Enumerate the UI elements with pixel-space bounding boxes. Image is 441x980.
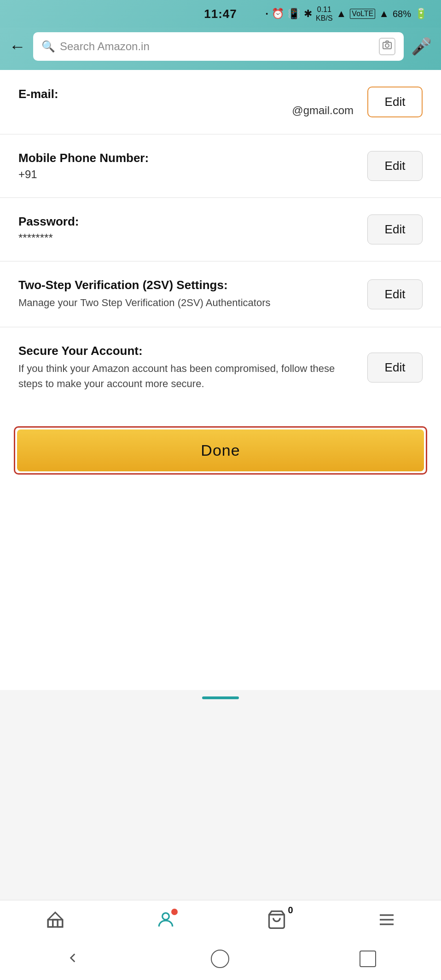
bluetooth-icon: ✱ xyxy=(304,8,312,20)
android-nav xyxy=(0,941,441,980)
done-button[interactable]: Done xyxy=(17,429,424,471)
email-row: E-mail: @gmail.com Edit xyxy=(0,70,441,134)
cart-icon: 0 xyxy=(267,910,287,934)
nav-menu[interactable] xyxy=(377,910,396,933)
2sv-row-info: Two-Step Verification (2SV) Settings: Ma… xyxy=(18,278,367,310)
menu-icon xyxy=(377,910,396,933)
email-edit-button[interactable]: Edit xyxy=(367,87,423,117)
account-icon xyxy=(156,910,176,934)
search-icon: 🔍 xyxy=(41,40,55,53)
status-time: 11:47 xyxy=(204,7,237,21)
mic-icon[interactable]: 🎤 xyxy=(411,37,432,56)
email-value: @gmail.com xyxy=(18,104,354,117)
done-section: Done xyxy=(0,408,441,493)
phone-edit-button[interactable]: Edit xyxy=(367,151,423,181)
done-button-wrapper: Done xyxy=(14,426,427,475)
camera-icon[interactable] xyxy=(379,38,395,55)
svg-point-1 xyxy=(385,44,389,47)
cart-count: 0 xyxy=(288,905,293,916)
password-row-info: Password: ******** xyxy=(18,215,367,244)
battery-icon: 🔋 xyxy=(415,8,427,20)
main-content: E-mail: @gmail.com Edit Mobile Phone Num… xyxy=(0,70,441,690)
nav-cart[interactable]: 0 xyxy=(267,910,287,934)
nav-home[interactable] xyxy=(46,910,65,934)
data-speed: 0.11KB/S xyxy=(316,5,332,23)
2sv-row: Two-Step Verification (2SV) Settings: Ma… xyxy=(0,261,441,327)
phone-row-info: Mobile Phone Number: +91 xyxy=(18,151,367,181)
android-back-button[interactable] xyxy=(65,950,81,969)
wifi-icon: ▲ xyxy=(337,8,347,20)
password-edit-button[interactable]: Edit xyxy=(367,215,423,244)
status-icons: • ⏰ 📳 ✱ 0.11KB/S ▲ VoLTE ▲ 68% 🔋 xyxy=(266,5,427,23)
bottom-nav: 0 xyxy=(0,900,441,941)
nav-account[interactable] xyxy=(156,910,176,934)
status-bar: 11:47 • ⏰ 📳 ✱ 0.11KB/S ▲ VoLTE ▲ 68% 🔋 xyxy=(0,0,441,28)
secure-label: Secure Your Account: xyxy=(18,344,354,358)
phone-label: Mobile Phone Number: xyxy=(18,151,354,165)
password-value: ******** xyxy=(18,232,354,244)
android-recents-button[interactable] xyxy=(360,951,376,969)
vibrate-icon: 📳 xyxy=(288,8,300,20)
home-icon xyxy=(46,910,65,934)
secure-row: Secure Your Account: If you think your A… xyxy=(0,327,441,408)
back-button[interactable]: ← xyxy=(9,38,26,55)
header: ← 🔍 Search Amazon.in 🎤 xyxy=(0,28,441,70)
search-bar[interactable]: 🔍 Search Amazon.in xyxy=(33,32,404,61)
2sv-label: Two-Step Verification (2SV) Settings: xyxy=(18,278,354,292)
2sv-edit-button[interactable]: Edit xyxy=(367,279,423,309)
account-badge xyxy=(171,909,178,915)
search-placeholder: Search Amazon.in xyxy=(60,40,374,53)
svg-point-3 xyxy=(162,913,169,920)
2sv-description: Manage your Two Step Verification (2SV) … xyxy=(18,295,354,310)
signal-icon: ▲ xyxy=(379,8,389,20)
battery-level: 68% xyxy=(393,9,411,19)
swipe-indicator xyxy=(0,690,441,703)
clock-icon: ⏰ xyxy=(272,8,284,20)
bottom-spacer xyxy=(0,690,441,900)
android-home-button[interactable] xyxy=(211,950,229,970)
secure-description: If you think your Amazon account has bee… xyxy=(18,361,354,391)
email-row-info: E-mail: @gmail.com xyxy=(18,87,367,117)
secure-row-info: Secure Your Account: If you think your A… xyxy=(18,344,367,391)
password-row: Password: ******** Edit xyxy=(0,198,441,261)
phone-row: Mobile Phone Number: +91 Edit xyxy=(0,134,441,198)
secure-edit-button[interactable]: Edit xyxy=(367,353,423,383)
volte-icon: VoLTE xyxy=(350,9,375,19)
swipe-bar xyxy=(202,696,239,699)
svg-rect-2 xyxy=(48,920,63,927)
phone-value: +91 xyxy=(18,168,354,181)
status-dot: • xyxy=(266,10,268,17)
email-label: E-mail: xyxy=(18,87,354,101)
password-label: Password: xyxy=(18,215,354,229)
settings-section: E-mail: @gmail.com Edit Mobile Phone Num… xyxy=(0,70,441,408)
